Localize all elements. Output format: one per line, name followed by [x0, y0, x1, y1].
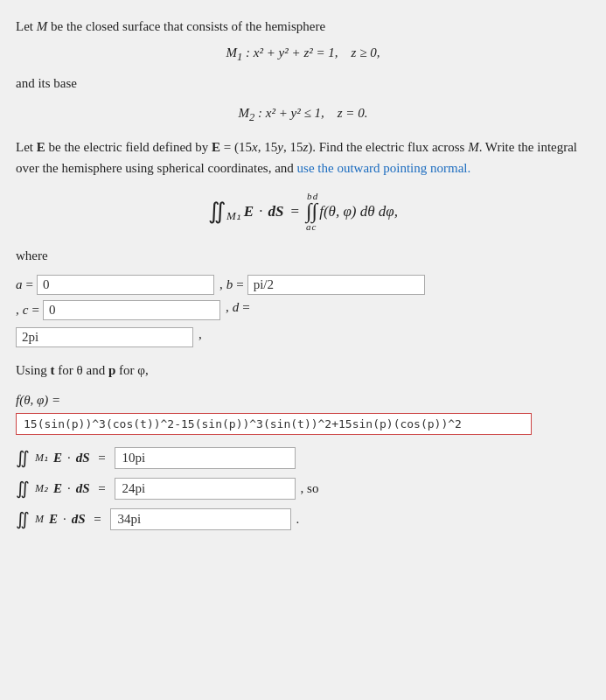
flux-m1-eq: =	[95, 451, 109, 466]
m1-equation: M1 : x² + y² + z² = 1, z ≥ 0,	[16, 46, 590, 64]
a-equals: =	[26, 277, 33, 292]
c-limit: c	[312, 221, 317, 233]
b-input[interactable]	[247, 275, 425, 295]
f-label-row: f(θ, φ) =	[16, 393, 590, 408]
inner-int-sym: ∫	[312, 202, 318, 221]
using-t-paragraph: Using t for θ and p for φ,	[16, 360, 590, 381]
f-answer-row	[16, 413, 590, 435]
b-label: b	[226, 277, 233, 292]
flux-m2-ds: dS	[76, 481, 90, 496]
flux-m2-integral-sym: ∬	[16, 478, 30, 499]
b-comma-label: ,	[219, 277, 223, 292]
flux-m2-dot: ·	[67, 481, 71, 496]
flux-m1-dot: ·	[67, 451, 71, 466]
a-limit: a	[306, 221, 311, 233]
flux-m2-sub: M₂	[35, 482, 48, 495]
d-second-line: ,	[16, 327, 590, 347]
dot-symbol: ·	[259, 203, 262, 220]
flux-m1-integral-sym: ∬	[16, 447, 30, 468]
period: .	[296, 512, 300, 527]
c-equals: =	[31, 303, 38, 318]
flux-m-input[interactable]	[110, 508, 291, 530]
m2-eq-body: : x² + y² ≤ 1, z = 0.	[254, 106, 367, 120]
flux-m1-sub: M₁	[35, 452, 48, 465]
m2-equation: M2 : x² + y² ≤ 1, z = 0.	[16, 106, 590, 124]
abcd-row: a = , b = , c = , d =	[16, 275, 590, 320]
a-item: a =	[16, 275, 214, 295]
e-field-text: Let E be the electric field defined by E…	[16, 140, 577, 175]
intro-text-1: Let M be the closed surface that consist…	[16, 19, 325, 33]
flux-m-eq: =	[91, 512, 105, 527]
ds-symbol: dS	[268, 203, 283, 220]
d-equals: =	[242, 300, 249, 315]
a-label: a	[16, 277, 23, 292]
c-label: c	[23, 303, 29, 318]
a-input[interactable]	[37, 275, 214, 295]
flux-m1-ds: dS	[76, 451, 90, 466]
flux-m2-eq: =	[95, 481, 109, 496]
d-label: d	[233, 300, 240, 315]
double-integral-symbol: ∬	[208, 200, 226, 223]
spacer: ∫	[306, 202, 312, 221]
intro-paragraph: Let M be the closed surface that consist…	[16, 16, 590, 37]
d-input[interactable]	[16, 327, 193, 347]
flux-m2-row: ∬ M₂ E · dS = , so	[16, 478, 590, 500]
flux-m2-input[interactable]	[115, 478, 296, 500]
flux-m2-e: E	[53, 481, 62, 496]
flux-m1-e: E	[53, 451, 62, 466]
where-label: where	[16, 245, 590, 266]
equals-sign: =	[290, 203, 299, 220]
c-comma-label: ,	[16, 303, 19, 318]
integrand-text: f(θ, φ) dθ dφ,	[319, 203, 398, 220]
outer-integral: b ∫ a	[306, 191, 310, 233]
e-dot-ds-lhs: E	[244, 203, 254, 220]
flux-m-row: ∬ M E · dS = .	[16, 508, 590, 530]
so-text: , so	[301, 481, 319, 496]
m1-eq-text: M	[226, 46, 238, 60]
flux-m1-input[interactable]	[115, 447, 296, 469]
inner-integral: d ∫ c	[312, 191, 317, 233]
c-item: , c =	[16, 300, 220, 320]
flux-m1-row: ∬ M₁ E · dS =	[16, 447, 590, 469]
b-equals: =	[236, 277, 243, 292]
main-content: Let M be the closed surface that consist…	[16, 16, 590, 530]
b-item: , b =	[219, 275, 425, 295]
flux-m-dot: ·	[63, 512, 66, 527]
d-item: , d =	[226, 300, 250, 315]
e-field-paragraph: Let E be the electric field defined by E…	[16, 136, 590, 178]
c-input[interactable]	[43, 300, 220, 320]
and-its-base: and its base	[16, 73, 590, 94]
flux-m-integral-sym: ∬	[16, 508, 30, 529]
flux-m-sub: M	[35, 513, 44, 526]
flux-m-ds: dS	[72, 512, 86, 527]
integral-display: ∬ M₁ E · dS = b ∫ a d ∫ c f(θ, φ) dθ dφ,	[16, 191, 590, 233]
integral-m1-sub: M₁	[226, 209, 240, 223]
d-trailing-comma: ,	[199, 327, 202, 342]
f-label-text: f(θ, φ) =	[16, 393, 60, 407]
flux-m-e: E	[49, 512, 58, 527]
m2-eq-text: M	[239, 106, 250, 120]
m1-eq-body: : x² + y² + z² = 1, z ≥ 0,	[242, 46, 380, 60]
f-value-input[interactable]	[16, 413, 532, 435]
using-t-text: Using t for θ and p for φ,	[16, 363, 149, 377]
d-comma-label: ,	[226, 300, 229, 315]
